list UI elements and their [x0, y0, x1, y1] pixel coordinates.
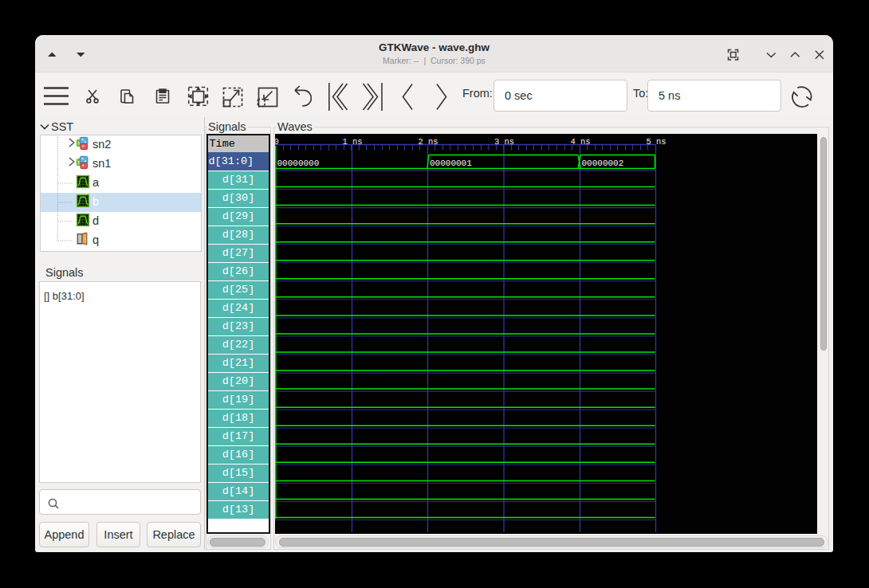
- svg-text:2 ns: 2 ns: [418, 137, 438, 147]
- svg-text:00000002: 00000002: [582, 159, 624, 168]
- svg-text:0: 0: [275, 137, 279, 147]
- svg-text:00000000: 00000000: [277, 159, 320, 168]
- svg-text:4 ns: 4 ns: [570, 137, 590, 147]
- svg-text:5 ns: 5 ns: [646, 137, 666, 147]
- svg-text:3 ns: 3 ns: [494, 137, 514, 147]
- svg-text:00000001: 00000001: [430, 159, 472, 168]
- svg-text:1 ns: 1 ns: [342, 137, 362, 147]
